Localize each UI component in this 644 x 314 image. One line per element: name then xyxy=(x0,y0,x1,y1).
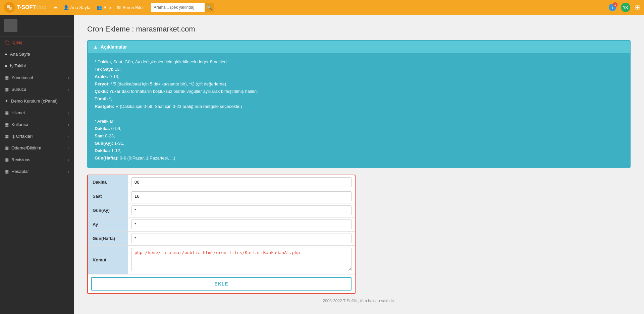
desc-line7: Rastgele: R (Dakika için 0-59, Saat için… xyxy=(95,103,623,110)
kullanici-icon: ▦ xyxy=(5,122,9,127)
desc-gun-ay: Gün(Ay): 1-31, xyxy=(95,140,623,147)
ay-input[interactable] xyxy=(131,219,352,229)
hesaplar-icon: ▦ xyxy=(5,169,9,174)
desc-section2: * Aralıklar: xyxy=(95,118,623,125)
mail-icon: ✉ xyxy=(117,5,121,10)
page-title: Cron Ekleme : marasmarket.com xyxy=(87,25,631,34)
sidebar-exit[interactable]: ◯ Çıkış xyxy=(0,37,74,48)
site-icon: 👥 xyxy=(97,5,102,10)
sidebar-item-is-ortaklari[interactable]: ▦İş Ortakları ‹ xyxy=(0,130,74,142)
desc-line3: Aralık: 9-13, xyxy=(95,73,623,80)
anasayfa-icon: ● xyxy=(5,52,7,57)
gun-hafta-label: Gün(Hafta) xyxy=(88,232,128,245)
saat-input[interactable] xyxy=(131,191,352,201)
sidebar-item-kullanici[interactable]: ▦Kullanıcı ‹ xyxy=(0,119,74,130)
grid-icon: ⊞ xyxy=(635,4,640,11)
sidebar-item-anasayfa[interactable]: ●Ana Sayfa xyxy=(0,48,74,60)
sidebar: ◯ Çıkış ●Ana Sayfa ●İş Takibi ▦Yönetimse… xyxy=(0,15,74,314)
search-box: 🔍 xyxy=(151,3,214,12)
sidebar-item-yonetimsel[interactable]: ▦Yönetimsel ‹ xyxy=(0,72,74,83)
sidebar-item-hizmet[interactable]: ▦Hizmet ‹ xyxy=(0,107,74,119)
home-icon: 👤 xyxy=(63,5,69,10)
chevron-revisions: ‹ xyxy=(68,158,69,162)
chevron-odeme: ‹ xyxy=(68,146,69,150)
top-nav: ☰ 👤 Ana Sayfa 👥 Site ✉ Sorun Bildir 🔍 xyxy=(53,3,602,12)
svg-point-1 xyxy=(9,7,12,10)
komut-textarea-wrap: php /home/marasmar/public_html/cron_file… xyxy=(128,246,355,274)
grid-icon-btn[interactable]: ⊞ xyxy=(635,4,640,11)
topbar: T-SOFTclub ☰ 👤 Ana Sayfa 👥 Site ✉ Sorun … xyxy=(0,0,644,15)
user-avatar[interactable]: YK xyxy=(621,3,630,12)
odeme-icon: ▦ xyxy=(5,145,9,150)
chevron-yonetimsel: ‹ xyxy=(68,76,69,80)
nav-site[interactable]: 👥 Site xyxy=(97,5,111,10)
sunucu-icon: ▦ xyxy=(5,87,9,92)
cron-form: Dakika Saat Gün(Ay) Ay xyxy=(87,175,356,294)
form-row-gun-hafta: Gün(Hafta) xyxy=(88,232,355,246)
ay-label: Ay xyxy=(88,217,128,231)
saat-label: Saat xyxy=(88,189,128,203)
sidebar-item-hesaplar[interactable]: ▦Hesaplar ‹ xyxy=(0,166,74,177)
komut-textarea[interactable]: php /home/marasmar/public_html/cron_file… xyxy=(131,248,352,271)
desc-dakika-range: Dakika: 0-59, xyxy=(95,125,623,132)
sidebar-item-odeme[interactable]: ▦Ödeme/Bildirim ‹ xyxy=(0,142,74,154)
accordion-body: * Dakika, Saat, Gün, Ay değişkenleri içi… xyxy=(88,53,630,167)
accordion-aciklamalar: ▲ Açıklamalar * Dakika, Saat, Gün, Ay de… xyxy=(87,40,631,168)
sidebar-item-is-takibi[interactable]: ●İş Takibi xyxy=(0,60,74,72)
nav-sorun-bildir[interactable]: ✉ Sorun Bildir xyxy=(117,5,145,10)
yonetimsel-icon: ▦ xyxy=(5,75,9,80)
desc-saat-range: Saat 0-23, xyxy=(95,132,623,140)
sidebar-profile xyxy=(0,15,74,37)
profile-avatar xyxy=(4,19,17,32)
gun-hafta-input-wrap xyxy=(128,232,355,245)
chevron-hesaplar: ‹ xyxy=(68,170,69,174)
logo-icon xyxy=(4,2,15,13)
info-badge: 1 xyxy=(613,2,618,7)
nav-anasayfa[interactable]: 👤 Ana Sayfa xyxy=(63,5,91,10)
form-row-gun-ay: Gün(Ay) xyxy=(88,203,355,217)
gun-hafta-input[interactable] xyxy=(131,234,352,243)
dakika-label: Dakika xyxy=(88,175,128,189)
main-content: Cron Ekleme : marasmarket.com ▲ Açıklama… xyxy=(74,15,644,314)
search-button[interactable]: 🔍 xyxy=(205,3,214,12)
ay-input-wrap xyxy=(128,217,355,231)
chevron-kullanici: ‹ xyxy=(68,123,69,127)
search-input[interactable] xyxy=(151,5,205,10)
chevron-sunucu: ‹ xyxy=(68,87,69,91)
desc-line1: * Dakika, Saat, Gün, Ay değişkenleri içi… xyxy=(95,58,623,66)
desc-line5: Çoklu: Yukarıdaki formatların boşluksuz … xyxy=(95,88,623,95)
form-row-saat: Saat xyxy=(88,189,355,203)
dakika-input[interactable] xyxy=(131,177,352,187)
desc-line4: Peryot: */5 (dakika/saat için 5 dakika/s… xyxy=(95,80,623,88)
ekle-button[interactable]: EKLE xyxy=(91,277,352,291)
gun-ay-input[interactable] xyxy=(131,205,352,215)
desc-line2: Tek Sayı: 13, xyxy=(95,66,623,73)
desc-gun-hafta: Gün(Hafta): 0-6 (0:Pazar, 1:Pazartesi, .… xyxy=(95,154,623,162)
komut-label: Komut xyxy=(88,246,128,274)
accordion-header[interactable]: ▲ Açıklamalar xyxy=(88,41,630,53)
form-row-komut: Komut php /home/marasmar/public_html/cro… xyxy=(88,246,355,274)
footer: 2003-2022 T-Soft® , tüm hakları saklıdır… xyxy=(87,294,631,308)
sidebar-item-demo[interactable]: ✈Demo Kurulum (cPanel) xyxy=(0,95,74,107)
saat-input-wrap xyxy=(128,189,355,203)
sidebar-item-revisions[interactable]: ▦Revisions ‹ xyxy=(0,154,74,166)
form-submit-row: EKLE xyxy=(88,274,355,293)
dakika-input-wrap xyxy=(128,175,355,189)
menu-toggle[interactable]: ☰ xyxy=(53,5,57,10)
gun-ay-input-wrap xyxy=(128,203,355,217)
hizmet-icon: ▦ xyxy=(5,110,9,115)
topbar-right: i 1 YK ⊞ xyxy=(609,3,640,12)
sidebar-item-sunucu[interactable]: ▦Sunucu ‹ xyxy=(0,83,74,95)
revisions-icon: ▦ xyxy=(5,157,9,162)
is-takibi-icon: ● xyxy=(5,63,7,68)
is-ortaklari-icon: ▦ xyxy=(5,134,9,139)
chevron-is-ortaklari: ‹ xyxy=(68,134,69,138)
demo-icon: ✈ xyxy=(5,99,8,104)
logo-text: T-SOFTclub xyxy=(17,4,47,10)
gun-ay-label: Gün(Ay) xyxy=(88,203,128,217)
desc-dakika2: Dakika: 1-12, xyxy=(95,147,623,154)
accordion-chevron-icon: ▲ xyxy=(93,44,98,50)
info-icon-btn[interactable]: i 1 xyxy=(609,4,616,11)
form-row-ay: Ay xyxy=(88,217,355,232)
exit-icon: ◯ xyxy=(5,40,10,45)
